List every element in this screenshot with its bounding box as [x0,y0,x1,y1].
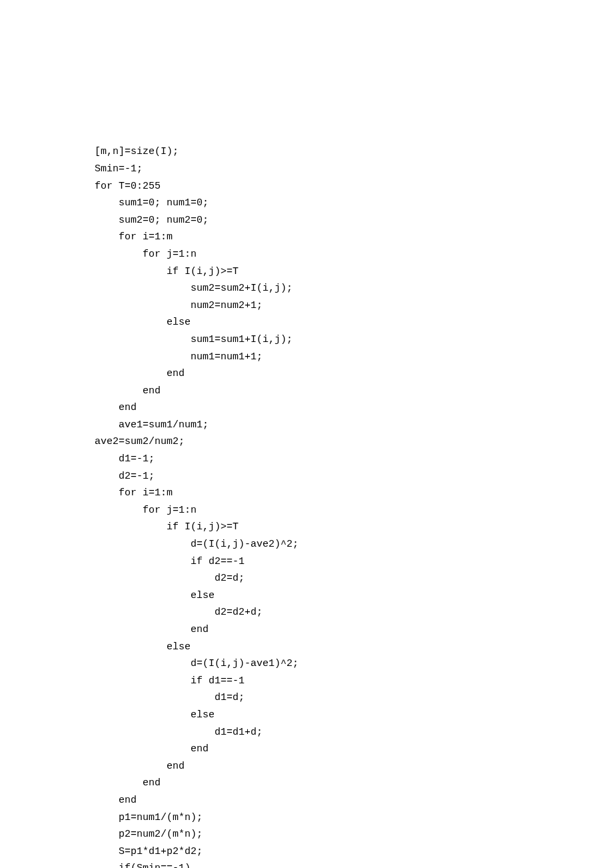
code-line: num1=num1+1; [95,349,613,366]
code-line: d1=d; [95,689,613,707]
code-line: num2=num2+1; [95,297,613,315]
code-line: d2=d; [95,570,613,587]
code-line: for j=1:n [95,502,613,519]
code-line: for j=1:n [95,246,613,263]
code-line: end [95,365,613,383]
code-line: sum2=sum2+I(i,j); [95,280,613,297]
code-line: d=(I(i,j)-ave2)^2; [95,536,613,553]
code-line: sum1=0; num1=0; [95,195,613,212]
code-line: else [95,639,613,656]
code-line: p1=num1/(m*n); [95,809,613,827]
code-line: end [95,775,613,792]
code-line: if I(i,j)>=T [95,519,613,536]
code-line: end [95,758,613,775]
code-line: else [95,314,613,331]
code-line: [m,n]=size(I); [95,143,613,161]
code-line: for i=1:m [95,229,613,246]
code-line: d=(I(i,j)-ave1)^2; [95,655,613,673]
code-line: d2=-1; [95,468,613,485]
code-line: for i=1:m [95,485,613,502]
code-line: if d2==-1 [95,553,613,571]
code-line: ave2=sum2/num2; [95,433,613,451]
code-line: p2=num2/(m*n); [95,826,613,843]
code-line: else [95,587,613,605]
code-line: if(Smin==-1) [95,860,613,868]
code-line: sum2=0; num2=0; [95,212,613,229]
code-line: ave1=sum1/num1; [95,417,613,434]
code-line: if d1==-1 [95,673,613,690]
code-line: d1=d1+d; [95,724,613,741]
code-line: if I(i,j)>=T [95,263,613,281]
code-line: sum1=sum1+I(i,j); [95,331,613,349]
code-line: d2=d2+d; [95,604,613,621]
code-line: Smin=-1; [95,161,613,178]
code-line: end [95,792,613,809]
code-line: end [95,621,613,639]
code-line: end [95,741,613,758]
code-line: S=p1*d1+p2*d2; [95,843,613,861]
code-line: d1=-1; [95,451,613,468]
code-line: for T=0:255 [95,178,613,195]
code-line: end [95,383,613,400]
code-line: else [95,707,613,724]
code-line: end [95,399,613,417]
code-block: [m,n]=size(I);Smin=-1;for T=0:255 sum1=0… [95,143,613,868]
